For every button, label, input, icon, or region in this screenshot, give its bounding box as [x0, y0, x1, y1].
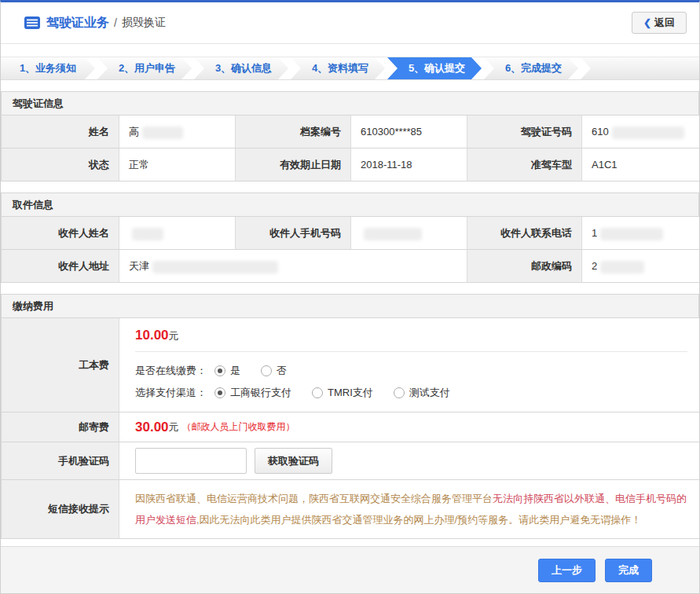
back-button[interactable]: ❮ 返回 — [632, 12, 687, 34]
page-title: 驾驶证业务 — [46, 15, 109, 31]
previous-step-button[interactable]: 上一步 — [538, 559, 596, 582]
footer-bar: 上一步 完成 — [1, 546, 699, 593]
radio-option-tmri-label: TMRI支付 — [328, 386, 373, 400]
radio-option-icbc-label: 工商银行支付 — [230, 386, 291, 400]
field-label-name: 姓名 — [2, 116, 119, 148]
step-filler — [581, 57, 699, 79]
field-label-license-number: 驾驶证号码 — [467, 116, 582, 148]
step-2[interactable]: 2、用户申告 — [97, 57, 192, 79]
field-label-file-number: 档案编号 — [236, 116, 351, 148]
field-label-postal-code: 邮政编码 — [467, 250, 582, 283]
field-label-mail-fee: 邮寄费 — [2, 412, 119, 442]
field-label-recipient-address: 收件人地址 — [2, 250, 119, 283]
header: 驾驶证业务 / 损毁换证 ❮ 返回 — [1, 2, 699, 44]
step-4[interactable]: 4、资料填写 — [291, 57, 385, 79]
sms-notice-cell: 因陕西省联通、电信运营商技术问题，陕西省互联网交通安全综合服务管理平台无法向持陕… — [119, 480, 700, 539]
step-1[interactable]: 1、业务须知 — [1, 57, 95, 79]
chevron-left-icon: ❮ — [643, 17, 651, 28]
radio-option-test-label: 测试支付 — [409, 386, 450, 400]
field-value-status: 正常 — [119, 148, 236, 182]
radio-option-tmri[interactable]: TMRI支付 — [312, 386, 373, 400]
field-value-name: 高 — [119, 116, 236, 148]
page: 驾驶证业务 / 损毁换证 ❮ 返回 1、业务须知 2、用户申告 3、确认信息 4… — [0, 0, 700, 594]
payment-channel-row: 选择支付渠道： 工商银行支付 TMRI支付 测试支付 — [135, 382, 687, 404]
fees-section: 缴纳费用 工本费 10.00元 是否在线缴费： 是 — [1, 294, 699, 539]
sms-code-input[interactable] — [135, 448, 247, 474]
radio-option-test[interactable]: 测试支付 — [394, 386, 450, 400]
field-label-vehicle-class: 准驾车型 — [467, 148, 582, 182]
breadcrumb-separator: / — [114, 16, 117, 29]
radio-option-icbc[interactable]: 工商银行支付 — [214, 386, 291, 400]
redacted-value — [142, 126, 183, 139]
field-value-recipient-address: 天津 — [119, 250, 467, 283]
production-fee-cell: 10.00元 是否在线缴费： 是 否 — [119, 318, 700, 412]
radio-option-yes-label: 是 — [230, 364, 240, 378]
mail-fee-cell: 30.00元 （邮政人员上门收取费用） — [119, 412, 700, 442]
field-label-recipient-phone: 收件人联系电话 — [467, 217, 582, 250]
radio-unselected-icon[interactable] — [261, 365, 272, 376]
radio-option-no-label: 否 — [277, 364, 287, 378]
radio-selected-icon[interactable] — [214, 387, 225, 398]
back-button-label: 返回 — [654, 16, 675, 30]
production-fee-amount: 10.00 — [135, 328, 169, 343]
breadcrumb-current: 损毁换证 — [122, 16, 166, 30]
step-5-active[interactable]: 5、确认提交 — [387, 57, 482, 79]
license-info-title: 驾驶证信息 — [2, 92, 698, 116]
mail-fee-note: （邮政人员上门收取费用） — [182, 420, 295, 434]
pickup-info-section: 取件信息 收件人姓名 收件人手机号码 收件人联系电话 1 收件人地址 天津 邮政… — [1, 192, 699, 283]
field-value-file-number: 610300****85 — [351, 116, 467, 148]
redacted-value — [612, 126, 684, 139]
field-label-production-fee: 工本费 — [2, 318, 119, 412]
field-value-recipient-name — [119, 217, 236, 250]
redacted-value — [132, 228, 163, 240]
step-6[interactable]: 6、完成提交 — [484, 57, 578, 79]
field-value-vehicle-class: A1C1 — [582, 148, 700, 182]
online-payment-question: 是否在线缴费： — [135, 364, 207, 378]
field-label-sms-notice: 短信接收提示 — [2, 480, 119, 539]
fees-title: 缴纳费用 — [2, 295, 698, 318]
finish-button[interactable]: 完成 — [605, 559, 652, 582]
redacted-value — [600, 261, 644, 273]
get-code-button[interactable]: 获取验证码 — [255, 448, 332, 474]
step-3[interactable]: 3、确认信息 — [194, 57, 288, 79]
production-fee-unit: 元 — [169, 330, 179, 342]
radio-selected-icon[interactable] — [214, 365, 225, 376]
field-value-postal-code: 2 — [582, 250, 700, 283]
field-label-recipient-name: 收件人姓名 — [2, 217, 119, 250]
step-wizard: 1、业务须知 2、用户申告 3、确认信息 4、资料填写 5、确认提交 6、完成提… — [1, 57, 699, 80]
pickup-info-title: 取件信息 — [2, 193, 698, 217]
license-info-section: 驾驶证信息 姓名 高 档案编号 610300****85 驾驶证号码 610 状… — [1, 91, 699, 182]
list-icon — [24, 16, 40, 29]
field-value-license-number: 610 — [582, 116, 700, 148]
field-label-recipient-mobile: 收件人手机号码 — [236, 217, 351, 250]
sms-code-cell: 获取验证码 — [119, 442, 700, 480]
sms-notice-part1: 因陕西省联通、电信运营商技术问题，陕西省互联网交通安全综合服务管理平台 — [135, 493, 493, 504]
radio-option-no[interactable]: 否 — [261, 364, 287, 378]
radio-unselected-icon[interactable] — [312, 387, 323, 398]
radio-unselected-icon[interactable] — [394, 387, 405, 398]
redacted-value — [152, 261, 278, 273]
radio-option-yes[interactable]: 是 — [214, 364, 240, 378]
field-label-expiry-date: 有效期止日期 — [236, 148, 351, 182]
sms-notice-part3: ,因此无法向此类用户提供陕西省交通管理业务的网上办理/预约等服务。请此类用户避免… — [196, 514, 641, 526]
field-value-expiry-date: 2018-11-18 — [351, 148, 467, 182]
field-value-recipient-phone: 1 — [582, 217, 700, 250]
field-label-sms-code: 手机验证码 — [2, 442, 119, 480]
redacted-value — [364, 228, 422, 240]
mail-fee-unit: 元 — [169, 420, 179, 434]
mail-fee-amount: 30.00 — [135, 420, 169, 435]
payment-channel-question: 选择支付渠道： — [135, 386, 207, 400]
field-label-status: 状态 — [2, 148, 119, 182]
field-value-recipient-mobile — [351, 217, 467, 250]
redacted-value — [600, 228, 663, 240]
online-payment-question-row: 是否在线缴费： 是 否 — [135, 360, 687, 382]
